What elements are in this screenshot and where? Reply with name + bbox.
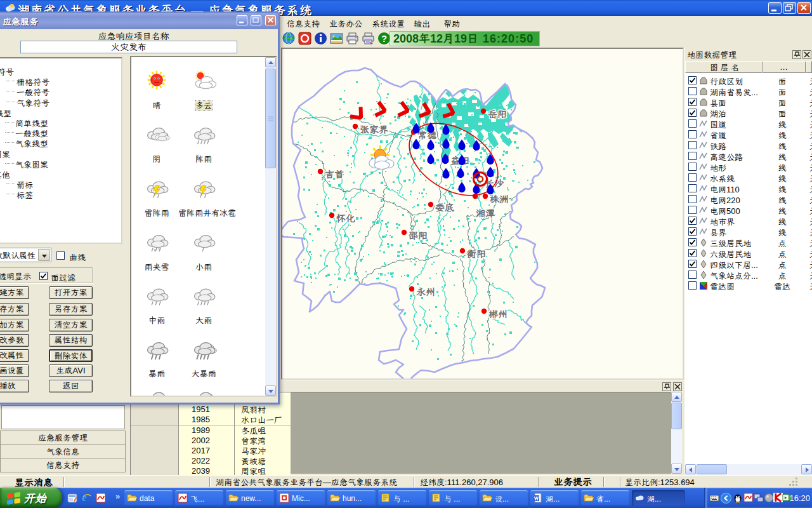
svg-text:株洲: 株洲 (490, 194, 509, 204)
svg-text:怀化: 怀化 (336, 213, 355, 224)
svg-text:邵阳: 邵阳 (409, 230, 428, 241)
svg-text:吉首: 吉首 (325, 169, 344, 180)
svg-text:娄底: 娄底 (435, 202, 454, 213)
svg-text:衡阳: 衡阳 (466, 248, 486, 259)
svg-text:郴州: 郴州 (488, 309, 508, 319)
svg-text:张家界: 张家界 (360, 124, 389, 135)
svg-text:永州: 永州 (416, 286, 435, 297)
svg-text:湘潭: 湘潭 (476, 208, 495, 218)
svg-text:e: e (82, 491, 87, 504)
svg-text:?: ? (381, 33, 387, 44)
svg-text:岳阳: 岳阳 (488, 109, 507, 119)
